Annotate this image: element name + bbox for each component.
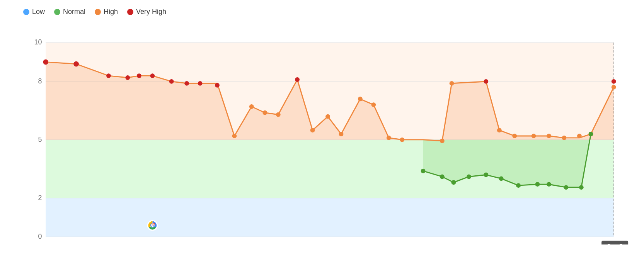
legend-item-normal: Normal [54, 8, 85, 16]
legend-dot-normal [54, 9, 60, 15]
dot-green-12 [589, 132, 593, 136]
y-label-5: 5 [38, 136, 42, 143]
dot-very-high-3 [106, 73, 111, 78]
y-label-0: 0 [38, 233, 42, 240]
dot-very-high-2 [73, 61, 79, 67]
dot-green-5 [484, 173, 488, 177]
dot-orange-13 [450, 81, 454, 86]
dot-very-high-1 [43, 59, 48, 65]
y-label-8: 8 [38, 77, 42, 85]
main-chart-svg: 10 8 5 2 0 Nov 8 Nov 11 Nov 14 Nov 17 No… [23, 24, 632, 244]
legend-label-very-high: Very High [136, 8, 166, 16]
dot-very-high-11 [295, 77, 300, 82]
dot-very-high-13 [612, 79, 616, 84]
dot-very-high-10 [215, 83, 220, 88]
dot-orange-5 [310, 128, 315, 132]
dot-orange-21 [612, 85, 616, 90]
y-label-10: 10 [34, 38, 42, 46]
legend: Low Normal High Very High [23, 8, 632, 16]
dot-orange-10 [387, 136, 391, 140]
dot-green-4 [467, 175, 471, 179]
dot-green-10 [564, 185, 568, 190]
legend-label-high: High [104, 8, 118, 16]
legend-item-high: High [95, 8, 118, 16]
legend-label-normal: Normal [63, 8, 85, 16]
dot-orange-2 [249, 104, 254, 109]
legend-dot-low [23, 9, 29, 15]
dot-green-2 [440, 175, 445, 179]
dot-very-high-7 [169, 79, 174, 84]
dot-orange-1 [232, 134, 237, 138]
dot-green-3 [451, 180, 456, 185]
dec5-badge-text: Dec 5 [607, 243, 622, 244]
dot-orange-3 [262, 110, 267, 115]
dot-orange-14 [497, 128, 502, 132]
dot-orange-19 [577, 134, 582, 138]
dot-orange-18 [562, 136, 567, 140]
dot-green-8 [535, 182, 540, 187]
dot-orange-17 [547, 134, 551, 138]
dot-very-high-8 [184, 81, 189, 86]
dot-very-high-5 [137, 73, 141, 78]
dot-orange-6 [325, 114, 330, 119]
legend-dot-very-high [127, 9, 133, 15]
dot-green-9 [547, 182, 551, 187]
dot-orange-11 [400, 138, 404, 142]
dot-very-high-9 [198, 81, 203, 86]
dot-green-6 [499, 176, 504, 181]
dot-orange-4 [276, 112, 281, 117]
dot-very-high-4 [125, 75, 130, 80]
dot-very-high-6 [150, 73, 155, 78]
dot-very-high-12 [484, 79, 488, 84]
google-logo: G [147, 220, 158, 231]
dot-green-11 [579, 185, 584, 190]
legend-item-very-high: Very High [127, 8, 166, 16]
dot-orange-12 [440, 139, 445, 143]
chart-container: Low Normal High Very High [0, 0, 644, 275]
legend-dot-high [95, 9, 101, 15]
low-band [46, 198, 613, 237]
legend-item-low: Low [23, 8, 45, 16]
dot-orange-8 [358, 97, 363, 101]
dot-orange-7 [339, 132, 344, 136]
y-label-2: 2 [38, 194, 42, 202]
legend-label-low: Low [32, 8, 45, 16]
dot-green-1 [421, 169, 426, 173]
dot-green-7 [516, 183, 521, 188]
dot-orange-9 [371, 102, 376, 107]
dot-orange-16 [532, 134, 536, 138]
dot-orange-15 [512, 134, 517, 138]
